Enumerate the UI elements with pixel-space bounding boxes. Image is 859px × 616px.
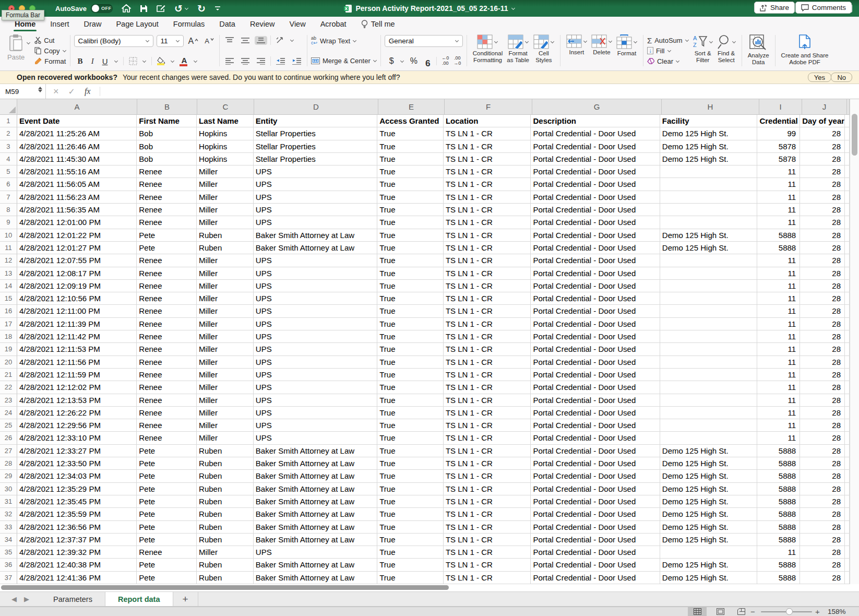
cell-J3[interactable]: 28 [800, 140, 845, 153]
cell-C16[interactable]: Miller [197, 305, 254, 317]
cell-H11[interactable]: Demo 125 High St. [660, 242, 758, 254]
cell-E24[interactable]: True [377, 407, 444, 419]
cell-C26[interactable]: Miller [197, 432, 254, 444]
cell-G7[interactable]: Portal Credential - Door Used [531, 191, 660, 204]
cell-G20[interactable]: Portal Credential - Door Used [531, 356, 660, 369]
cell-D11[interactable]: Baker Smith Attorney at Law [254, 242, 377, 254]
row-header-19[interactable]: 19 [0, 343, 17, 356]
cell-G27[interactable]: Portal Credential - Door Used [531, 445, 660, 457]
cell-J5[interactable]: 28 [800, 165, 845, 178]
cell-D4[interactable]: Stellar Properties [254, 153, 377, 165]
cell-J30[interactable]: 28 [800, 483, 845, 495]
cell-E3[interactable]: True [377, 140, 444, 153]
cell-C11[interactable]: Ruben [197, 242, 254, 254]
cell-D10[interactable]: Baker Smith Attorney at Law [254, 229, 377, 242]
row-header-23[interactable]: 23 [0, 394, 17, 407]
cell-B32[interactable]: Pete [137, 508, 197, 520]
cell-F26[interactable]: TS LN 1 - CR [444, 432, 531, 444]
column-header-J[interactable]: J [802, 99, 847, 114]
cell-E37[interactable]: True [377, 572, 444, 584]
confirm-icon[interactable]: ✓ [68, 87, 75, 97]
cell-H1[interactable]: Facility [660, 115, 758, 127]
cell-E27[interactable]: True [377, 445, 444, 457]
cell-I2[interactable]: 99 [757, 127, 800, 140]
tab-acrobat[interactable]: Acrobat [313, 17, 354, 31]
cell-H16[interactable] [660, 305, 758, 317]
align-right-button[interactable] [255, 57, 267, 66]
cell-H29[interactable]: Demo 125 High St. [660, 470, 758, 482]
cell-F6[interactable]: TS LN 1 - CR [444, 178, 531, 191]
cell-F31[interactable]: TS LN 1 - CR [444, 495, 531, 508]
cell-C8[interactable]: Miller [197, 204, 254, 216]
cell-D29[interactable]: Baker Smith Attorney at Law [254, 470, 377, 482]
column-header-A[interactable]: A [17, 99, 137, 114]
cell-E10[interactable]: True [377, 229, 444, 242]
cell-H20[interactable] [660, 356, 758, 369]
cell-F37[interactable]: TS LN 1 - CR [444, 572, 531, 584]
cell-F30[interactable]: TS LN 1 - CR [444, 483, 531, 495]
cell-D34[interactable]: Baker Smith Attorney at Law [254, 534, 377, 546]
zoom-out-icon[interactable]: − [750, 607, 755, 616]
edit-pencil-icon[interactable] [157, 4, 165, 13]
paste-dropdown-icon[interactable] [27, 41, 30, 45]
row-header-22[interactable]: 22 [0, 381, 17, 394]
conditional-formatting-dropdown-icon[interactable] [494, 40, 498, 44]
row-header-7[interactable]: 7 [0, 191, 17, 204]
cell-A11[interactable]: 4/28/2021 12:01:27 PM [17, 242, 137, 254]
row-header-24[interactable]: 24 [0, 407, 17, 419]
cell-F2[interactable]: TS LN 1 - CR [444, 127, 531, 140]
horizontal-scrollbar-thumb[interactable] [1, 585, 449, 590]
cell-J22[interactable]: 28 [800, 381, 845, 394]
add-sheet-icon[interactable]: + [183, 594, 188, 605]
cell-J2[interactable]: 28 [800, 127, 845, 140]
cell-C4[interactable]: Hopkins [197, 153, 254, 165]
cell-H10[interactable]: Demo 125 High St. [660, 229, 758, 242]
autosave-control[interactable]: AutoSave OFF [55, 4, 113, 13]
row-header-6[interactable]: 6 [0, 178, 17, 191]
cell-E15[interactable]: True [377, 292, 444, 305]
cell-A27[interactable]: 4/28/2021 12:33:27 PM [17, 445, 137, 457]
row-header-21[interactable]: 21 [0, 369, 17, 381]
row-header-33[interactable]: 33 [0, 521, 17, 534]
column-header-E[interactable]: E [378, 99, 445, 114]
title-dropdown-icon[interactable] [511, 7, 515, 10]
cell-B12[interactable]: Renee [137, 254, 197, 267]
cell-C37[interactable]: Ruben [197, 572, 254, 584]
cell-F19[interactable]: TS LN 1 - CR [444, 343, 531, 356]
insert-cells-dropdown-icon[interactable] [583, 40, 587, 43]
cell-I17[interactable]: 11 [757, 318, 800, 330]
comments-button[interactable]: Comments [795, 2, 852, 14]
cell-C35[interactable]: Miller [197, 546, 254, 559]
cell-G10[interactable]: Portal Credential - Door Used [531, 229, 660, 242]
find-select-dropdown-icon[interactable] [732, 40, 736, 44]
cell-D20[interactable]: UPS [254, 356, 377, 369]
cell-D31[interactable]: Baker Smith Attorney at Law [254, 495, 377, 508]
cell-G31[interactable]: Portal Credential - Door Used [531, 495, 660, 508]
no-button[interactable]: No [831, 73, 852, 82]
cell-F34[interactable]: TS LN 1 - CR [444, 534, 531, 546]
cell-D15[interactable]: UPS [254, 292, 377, 305]
cell-G18[interactable]: Portal Credential - Door Used [531, 330, 660, 343]
cell-D36[interactable]: Baker Smith Attorney at Law [254, 559, 377, 571]
cell-I26[interactable]: 11 [757, 432, 800, 444]
cell-A6[interactable]: 4/28/2021 11:56:05 AM [17, 178, 137, 191]
cell-J16[interactable]: 28 [800, 305, 845, 317]
cell-G17[interactable]: Portal Credential - Door Used [531, 318, 660, 330]
cell-H31[interactable]: Demo 125 High St. [660, 495, 758, 508]
cell-A7[interactable]: 4/28/2021 11:56:23 AM [17, 191, 137, 204]
cell-F11[interactable]: TS LN 1 - CR [444, 242, 531, 254]
row-header-32[interactable]: 32 [0, 508, 17, 520]
cell-J25[interactable]: 28 [800, 419, 845, 432]
cell-G36[interactable]: Portal Credential - Door Used [531, 559, 660, 571]
cell-A34[interactable]: 4/28/2021 12:37:37 PM [17, 534, 137, 546]
customize-toolbar-icon[interactable] [214, 5, 221, 11]
cell-H27[interactable]: Demo 125 High St. [660, 445, 758, 457]
cell-D9[interactable]: UPS [254, 216, 377, 229]
cell-G32[interactable]: Portal Credential - Door Used [531, 508, 660, 520]
cell-J31[interactable]: 28 [800, 495, 845, 508]
underline-button[interactable]: U [101, 57, 110, 66]
page-layout-view-button[interactable] [711, 607, 730, 616]
font-name-select[interactable]: Calibri (Body) [74, 35, 153, 47]
cell-I21[interactable]: 11 [757, 369, 800, 381]
save-icon[interactable] [140, 5, 148, 13]
